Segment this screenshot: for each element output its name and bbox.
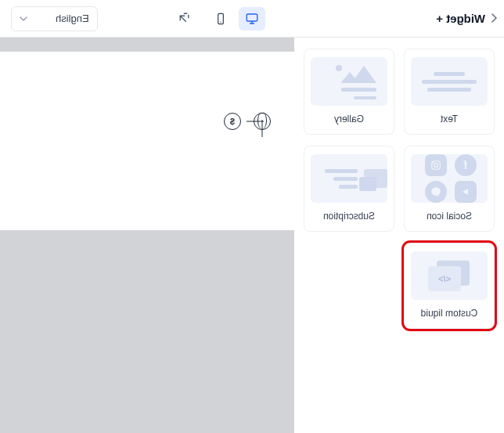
- device-desktop-button[interactable]: [239, 7, 265, 31]
- widget-card-social[interactable]: f Social icon: [404, 146, 495, 232]
- subscription-widget-thumb: [311, 154, 387, 203]
- gallery-widget-thumb: [311, 57, 387, 106]
- custom-liquid-widget-thumb: </>: [411, 251, 488, 300]
- widget-label: Text: [441, 114, 458, 124]
- widget-label: Social icon: [427, 211, 472, 222]
- chevron-down-icon: [20, 13, 27, 24]
- facebook-icon: f: [455, 154, 477, 176]
- widget-card-text[interactable]: Text: [404, 49, 495, 135]
- social-widget-thumb: f: [411, 154, 488, 203]
- device-switch: [207, 7, 265, 31]
- text-widget-thumb: [411, 57, 488, 106]
- device-mobile-button[interactable]: [207, 7, 234, 31]
- svg-point-3: [434, 164, 438, 168]
- preview-canvas[interactable]: $: [0, 52, 294, 230]
- instagram-icon: [425, 154, 447, 176]
- widget-card-subscription[interactable]: Subscription: [304, 146, 394, 232]
- globe-icon[interactable]: [254, 113, 271, 130]
- open-in-new-button[interactable]: [170, 7, 196, 31]
- language-label: English: [56, 13, 89, 24]
- widget-label: Custom liquid: [421, 308, 478, 319]
- youtube-icon: [455, 181, 477, 203]
- top-bar: Widget + English: [0, 0, 504, 38]
- messenger-icon: [425, 181, 447, 203]
- page-title: Widget +: [436, 12, 485, 25]
- widget-sidebar: Text Gallery f: [294, 38, 504, 433]
- back-group[interactable]: Widget +: [436, 12, 498, 25]
- widget-label: Subscription: [323, 211, 375, 222]
- currency-icon[interactable]: $: [224, 113, 241, 130]
- svg-rect-0: [247, 14, 257, 21]
- preview-pane: $: [0, 38, 294, 433]
- widget-card-custom-liquid[interactable]: </> Custom liquid: [404, 243, 495, 329]
- language-selector[interactable]: English: [11, 6, 98, 31]
- widget-card-gallery[interactable]: Gallery: [304, 49, 394, 135]
- svg-point-4: [433, 162, 434, 163]
- widget-label: Gallery: [334, 114, 364, 124]
- chevron-left-icon: [490, 12, 498, 25]
- svg-rect-1: [218, 13, 224, 23]
